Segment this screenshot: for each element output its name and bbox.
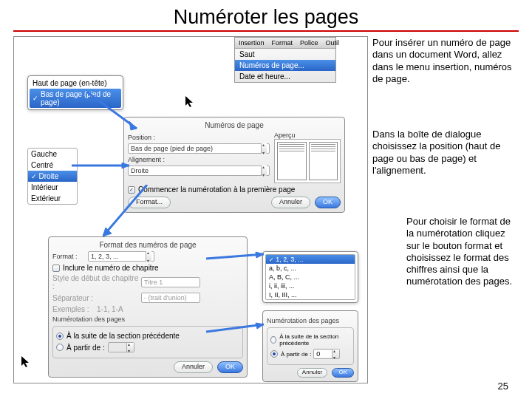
radio-start-label: À partir de : [66,344,105,352]
chapter-style-label: Style de début de chapitre : [52,274,141,290]
cursor-icon [185,96,194,108]
radio-continue[interactable] [56,332,64,340]
svg-marker-1 [129,121,137,130]
start-spinner[interactable]: 0 [313,349,340,359]
align-exterieur[interactable]: Extérieur [28,193,77,204]
fmt-opt-i[interactable]: i, ii, iii, ... [266,282,355,290]
position-field[interactable]: Bas de page (pied de page) [128,143,270,154]
page-number: 25 [498,381,508,392]
ok-button[interactable]: OK [332,368,354,378]
menu-tab-insertion[interactable]: Insertion [235,38,268,48]
cursor-icon [21,356,30,368]
include-chapter-checkbox[interactable] [52,265,60,272]
svg-line-6 [206,254,264,259]
svg-line-0 [86,92,137,129]
format-field[interactable]: 1, 2, 3, ... [88,251,154,262]
fmt-opt-I[interactable]: I, II, III, ... [266,290,355,299]
menubar: Insertion Format Police Outil [235,38,335,49]
page-title: Numéroter les pages [13,6,519,32]
separator-field: - (trait d'union) [141,293,200,303]
svg-marker-9 [256,323,264,329]
menu-tab-police[interactable]: Police [296,38,322,48]
svg-marker-10 [21,356,29,367]
align-droite[interactable]: Droite [28,171,77,182]
menu-item-numeros-page[interactable]: Numéros de page... [235,60,335,71]
align-gauche[interactable]: Gauche [28,149,77,160]
radio-continue-label: À la suite de la section précédente [66,332,180,340]
cancel-button[interactable]: Annuler [297,368,328,378]
arrow-5 [206,321,273,336]
screenshot-canvas: Insertion Format Police Outil Saut Numér… [13,36,368,383]
menu-item-date-heure[interactable]: Date et heure... [235,71,335,82]
radio-continue-label: À la suite de la section précédente [279,333,350,347]
option-header[interactable]: Haut de page (en-tête) [30,78,121,89]
menu-tab-format[interactable]: Format [268,38,297,48]
numerotation-group-title: Numérotation des pages [267,317,354,324]
paragraph-1: Pour insérer un numéro de page dans un d… [372,37,520,85]
alignment-field[interactable]: Droite [128,166,270,176]
start-spinner [108,342,134,352]
examples-value: 1-1, 1-A [97,305,123,313]
dialog-title: Numéros de page [128,121,341,129]
format-label: Format : [52,253,88,260]
svg-line-8 [206,324,264,332]
radio-start-label: À partir de : [281,351,311,358]
menu-insertion: Insertion Format Police Outil Saut Numér… [234,37,336,83]
ok-button[interactable]: OK [315,197,341,208]
arrow-2 [72,163,138,177]
paragraph-3: Pour choisir le format de la numérotatio… [406,216,520,288]
align-centre[interactable]: Centré [28,160,77,171]
svg-marker-7 [256,252,264,258]
fmt-opt-abc[interactable]: a, b, c, ... [266,264,355,273]
alignment-popup: Gauche Centré Droite Intérieur Extérieur [27,148,78,205]
fmt-opt-123[interactable]: 1, 2, 3, ... [266,255,355,264]
radio-start[interactable] [270,350,278,358]
menu-item-saut[interactable]: Saut [235,49,335,60]
svg-marker-3 [122,163,129,168]
radio-start[interactable] [56,344,64,351]
radio-continue[interactable] [270,336,276,344]
separator-label: Séparateur : [52,294,141,302]
cancel-button[interactable]: Annuler [174,361,213,373]
format-list-popup: 1, 2, 3, ... a, b, c, ... A, B, C, ... i… [262,251,358,303]
svg-line-4 [103,185,147,236]
paragraph-2: Dans la boîte de dialogue choisissez la … [372,129,520,177]
cancel-button[interactable]: Annuler [271,197,310,208]
fmt-opt-ABC[interactable]: A, B, C, ... [266,273,355,282]
align-interieur[interactable]: Intérieur [28,182,77,193]
include-chapter-label: Inclure le numéro de chapitre [63,264,159,272]
arrow-4 [206,251,273,266]
chapter-style-field: Titre 1 [141,277,200,287]
preview-pane [274,139,341,183]
menu-tab-outil[interactable]: Outil [322,38,344,48]
examples-label: Exemples : [52,305,97,313]
apercu-label: Aperçu [274,132,317,139]
arrow-3 [103,185,184,244]
dialog-numerotation-start: Numérotation des pages À la suite de la … [262,310,358,382]
arrow-1 [86,92,146,136]
svg-marker-11 [185,96,193,107]
ok-button[interactable]: OK [217,361,243,373]
